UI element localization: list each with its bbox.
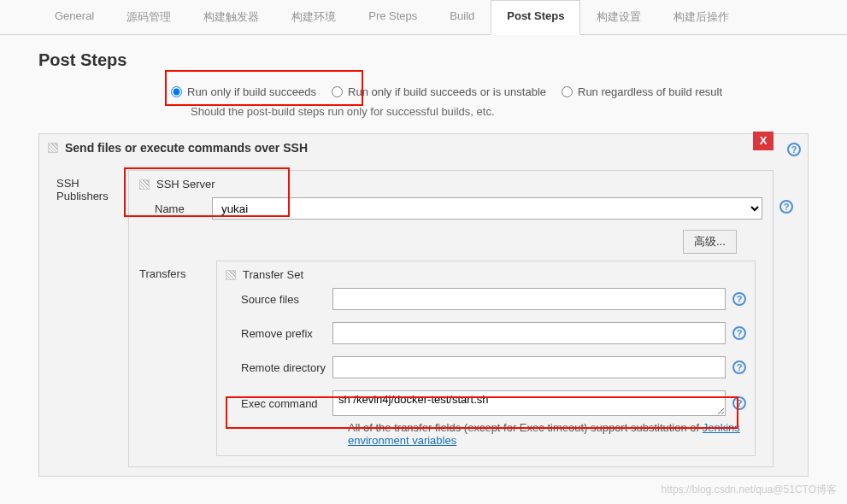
tab-triggers[interactable]: 构建触发器 [187, 0, 275, 34]
config-tabs: General 源码管理 构建触发器 构建环境 Pre Steps Build … [0, 0, 847, 35]
transfer-note: All of the transfer fields (except for E… [226, 421, 746, 447]
remote-directory-input[interactable] [332, 356, 726, 378]
tab-settings[interactable]: 构建设置 [580, 0, 657, 34]
remove-prefix-label: Remove prefix [226, 327, 332, 340]
ssh-publishers-label: SSH Publishers [56, 170, 128, 467]
radio-unstable-label: Run only if build succeeds or is unstabl… [348, 85, 546, 98]
tab-post-steps[interactable]: Post Steps [491, 0, 580, 35]
drag-handle-icon[interactable] [139, 179, 150, 190]
radio-regardless-label: Run regardless of build result [578, 85, 722, 98]
remove-prefix-input[interactable] [332, 322, 726, 344]
page-title: Post Steps [38, 50, 809, 70]
drag-handle-icon[interactable] [48, 143, 58, 153]
source-files-label: Source files [226, 293, 332, 306]
tab-scm[interactable]: 源码管理 [110, 0, 187, 34]
radio-success[interactable]: Run only if build succeeds [171, 85, 316, 98]
ssh-server-title: SSH Server [139, 178, 762, 190]
ssh-name-select[interactable]: yukai [212, 197, 762, 220]
transfers-label: Transfers [139, 261, 216, 456]
exec-command-label: Exec command [226, 397, 332, 410]
source-files-input[interactable] [332, 288, 726, 310]
radio-regardless-input[interactable] [562, 86, 573, 97]
remote-directory-label: Remote directory [226, 361, 332, 374]
radio-unstable-input[interactable] [332, 86, 343, 97]
section-title: Send files or execute commands over SSH [65, 141, 308, 155]
section-header: Send files or execute commands over SSH [39, 134, 808, 161]
tab-pre-steps[interactable]: Pre Steps [352, 0, 433, 34]
radio-unstable[interactable]: Run only if build succeeds or is unstabl… [332, 85, 546, 98]
transfer-set-title: Transfer Set [226, 268, 746, 281]
help-exec-command-icon[interactable]: ? [732, 396, 746, 410]
name-label: Name [139, 202, 212, 215]
radio-success-label: Run only if build succeeds [187, 85, 316, 98]
tab-env[interactable]: 构建环境 [275, 0, 352, 34]
radio-desc: Should the post-build steps run only for… [38, 105, 809, 118]
ssh-publisher-box: ? SSH Server Name yukai 高级... Transfers [128, 170, 773, 467]
help-section-icon[interactable]: ? [787, 143, 801, 156]
help-remote-directory-icon[interactable]: ? [732, 360, 746, 374]
help-source-files-icon[interactable]: ? [732, 292, 746, 306]
run-condition-row: Run only if build succeeds Run only if b… [38, 85, 809, 98]
close-section-button[interactable]: X [753, 132, 773, 150]
tab-build[interactable]: Build [433, 0, 491, 34]
radio-regardless[interactable]: Run regardless of build result [562, 85, 722, 98]
exec-command-input[interactable]: sh /kevin4j/docker-test/start.sh [332, 390, 726, 416]
radio-success-input[interactable] [171, 86, 182, 97]
drag-handle-icon[interactable] [226, 270, 236, 280]
tab-post-build[interactable]: 构建后操作 [657, 0, 745, 34]
help-name-icon[interactable]: ? [779, 200, 793, 214]
advanced-button[interactable]: 高级... [683, 230, 737, 254]
transfer-set-box: Transfer Set Source files ? Remove prefi… [216, 261, 756, 456]
tab-general[interactable]: General [38, 0, 110, 34]
ssh-section: X ? Send files or execute commands over … [38, 133, 809, 477]
help-remove-prefix-icon[interactable]: ? [732, 326, 746, 340]
